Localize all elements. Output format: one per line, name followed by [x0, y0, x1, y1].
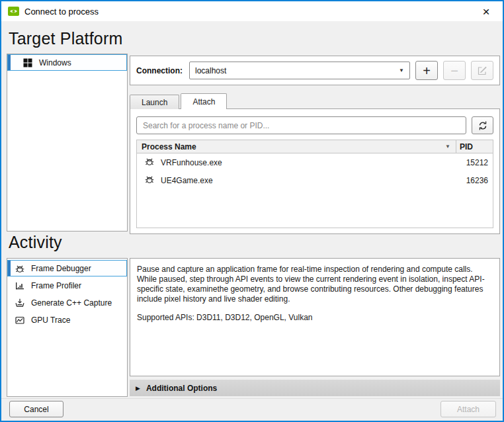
attach-button[interactable]: Attach: [441, 401, 496, 417]
activity-heading: Activity: [9, 233, 62, 252]
platform-list: Windows: [7, 54, 128, 232]
attach-tab-panel: Process Name ▼ PID: [130, 108, 500, 234]
process-table: Process Name ▼ PID: [136, 140, 493, 228]
connection-select[interactable]: localhost ▼: [189, 62, 410, 79]
additional-options-expander[interactable]: ▶ Additional Options: [130, 380, 500, 396]
process-search-input[interactable]: [136, 116, 466, 134]
bug-icon: [15, 263, 25, 274]
process-table-header: Process Name ▼ PID: [137, 140, 493, 153]
process-pid-cell: 15212: [456, 158, 493, 167]
process-search-row: [136, 116, 493, 134]
add-connection-button[interactable]: +: [415, 61, 438, 80]
process-name: UE4Game.exe: [161, 176, 213, 185]
cancel-button[interactable]: Cancel: [9, 401, 63, 417]
plus-icon: +: [423, 64, 431, 77]
supported-apis-text: Supported APIs: D3D11, D3D12, OpenGL, Vu…: [137, 313, 493, 323]
connection-label: Connection:: [136, 66, 183, 75]
sort-descending-icon: ▼: [445, 144, 450, 149]
activity-description-text: Pause and capture an application frame f…: [137, 265, 493, 304]
edit-connection-button[interactable]: [471, 61, 493, 80]
process-name-cell: VRFunhouse.exe: [137, 156, 456, 169]
activity-item-label: Frame Debugger: [31, 264, 91, 273]
additional-options-label: Additional Options: [146, 384, 217, 393]
tab-attach-label: Attach: [192, 97, 215, 106]
activity-item-gpu-trace[interactable]: GPU Trace: [7, 312, 127, 328]
process-name: VRFunhouse.exe: [161, 158, 222, 167]
launch-attach-tabs: Launch Attach: [130, 93, 228, 109]
refresh-icon: [478, 120, 488, 131]
line-chart-icon: [15, 315, 25, 325]
target-platform-heading: Target Platform: [9, 29, 123, 48]
activity-item-label: Frame Profiler: [31, 281, 81, 290]
bar-chart-icon: [15, 280, 25, 291]
window-title: Connect to process: [24, 7, 99, 17]
process-pid-cell: 16236: [456, 176, 493, 185]
footer-separator: [1, 398, 503, 399]
activity-list: Frame Debugger Frame Profiler: [7, 258, 128, 397]
platform-item-windows[interactable]: Windows: [7, 54, 127, 71]
process-name-cell: UE4Game.exe: [137, 174, 456, 187]
activity-description: Pause and capture an application frame f…: [130, 258, 500, 376]
connect-to-process-dialog: Connect to process × Target Platform Win…: [0, 0, 504, 422]
process-row-ue4game[interactable]: UE4Game.exe 16236: [137, 171, 493, 189]
chevron-down-icon: ▼: [399, 67, 404, 73]
tab-launch-label: Launch: [142, 98, 167, 107]
tab-launch[interactable]: Launch: [130, 95, 179, 109]
process-name-header-label: Process Name: [142, 142, 445, 151]
capture-download-icon: [15, 298, 25, 308]
column-header-process-name[interactable]: Process Name ▼: [137, 140, 456, 153]
expander-collapsed-icon: ▶: [136, 385, 140, 392]
windows-logo-icon: [22, 58, 33, 68]
nvidia-logo-icon: [8, 7, 19, 16]
activity-item-label: GPU Trace: [31, 316, 70, 325]
bug-icon: [144, 156, 155, 169]
activity-item-frame-debugger[interactable]: Frame Debugger: [7, 260, 127, 276]
column-header-pid[interactable]: PID: [456, 140, 493, 153]
minus-icon: −: [450, 64, 458, 77]
activity-item-label: Generate C++ Capture: [31, 298, 112, 308]
platform-item-label: Windows: [39, 58, 71, 67]
selection-accent-bar: [8, 261, 11, 276]
process-row-vrfunhouse[interactable]: VRFunhouse.exe 15212: [137, 153, 493, 171]
connection-group: Connection: localhost ▼ + −: [130, 56, 500, 85]
selection-accent-bar: [8, 55, 11, 70]
activity-item-generate-cpp-capture[interactable]: Generate C++ Capture: [7, 294, 127, 311]
bug-icon: [144, 174, 155, 187]
tab-attach[interactable]: Attach: [181, 93, 227, 109]
connection-value: localhost: [195, 66, 399, 75]
title-bar: Connect to process ×: [1, 1, 503, 21]
pid-header-label: PID: [460, 142, 473, 151]
refresh-process-list-button[interactable]: [472, 116, 493, 134]
close-icon[interactable]: ×: [476, 3, 496, 20]
edit-pencil-icon: [477, 65, 487, 76]
remove-connection-button[interactable]: −: [443, 61, 466, 80]
activity-item-frame-profiler[interactable]: Frame Profiler: [7, 277, 127, 294]
